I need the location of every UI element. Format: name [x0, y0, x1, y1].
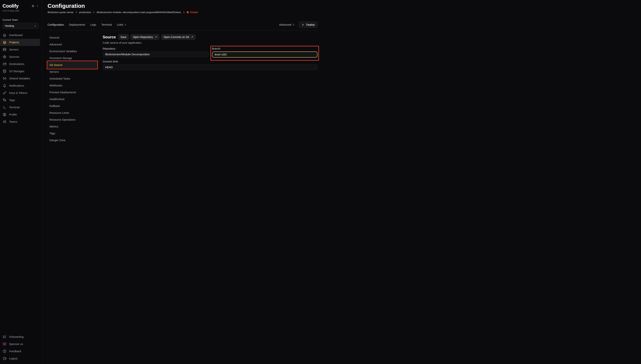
save-label: Save	[121, 36, 127, 38]
app-logo[interactable]: Coolify	[3, 3, 19, 9]
breadcrumb-environment[interactable]: production	[79, 11, 91, 14]
sidebar-item-servers[interactable]: Servers	[0, 46, 42, 53]
advanced-label: Advanced	[279, 23, 291, 26]
sidebar-item-label: Profile	[9, 113, 17, 116]
main-content: Configuration illicitonion quote server …	[42, 0, 321, 144]
sidebar-item-label: Dashboard	[9, 34, 23, 37]
tab-logs[interactable]: Logs	[90, 23, 96, 26]
team-select[interactable]: Hosting	[3, 23, 39, 29]
selector-icon	[124, 24, 127, 26]
deploy-label: Deploy	[306, 23, 315, 26]
open-repository-button[interactable]: Open Repository	[131, 34, 159, 40]
branch-input[interactable]: level-100	[212, 52, 317, 58]
open-repository-label: Open Repository	[133, 36, 153, 38]
config-subnav: General Advanced Environment Variables P…	[48, 34, 97, 144]
sidebar-item-projects[interactable]: Projects	[0, 39, 40, 46]
repository-field-group: Repository illicitestonion/Module-Decomp…	[103, 47, 209, 58]
subnav-item-servers[interactable]: Servers	[48, 68, 97, 75]
advanced-dropdown[interactable]: Advanced	[279, 23, 295, 26]
theme-selector-icon[interactable]	[36, 5, 39, 7]
user-circle-icon	[3, 112, 7, 117]
sidebar-item-shared-variables[interactable]: Shared Variables	[0, 75, 42, 82]
tab-links[interactable]: Links	[117, 23, 127, 26]
subnav-item-resource-operations[interactable]: Resource Operations	[48, 116, 97, 123]
sidebar-item-label: Keys & Tokens	[9, 92, 27, 94]
sidebar-item-label: Shared Variables	[9, 77, 30, 80]
tabs-divider	[48, 30, 317, 30]
status-badge: Exited	[187, 11, 198, 14]
users-icon	[3, 120, 7, 124]
chevron-right-icon	[93, 11, 95, 13]
sidebar-item-sources[interactable]: Sources	[0, 53, 42, 60]
save-button[interactable]: Save	[118, 34, 129, 40]
sidebar-item-label: Tags	[9, 98, 15, 102]
current-team-label: Current Team	[3, 18, 39, 21]
selector-icon	[293, 24, 295, 26]
subnav-item-scheduled-tasks[interactable]: Scheduled Tasks	[48, 75, 97, 82]
open-commits-button[interactable]: Open Commits on Git	[161, 34, 196, 40]
tab-configuration[interactable]: Configuration	[48, 23, 64, 26]
sidebar-item-profile[interactable]: Profile	[0, 111, 42, 118]
subnav-item-tags[interactable]: Tags	[48, 130, 97, 137]
sun-icon[interactable]	[31, 4, 35, 8]
source-panel: Source Save Open Repository Open Commits…	[103, 34, 317, 144]
commit-sha-label: Commit SHA	[103, 60, 317, 63]
sidebar-item-label: Notifications	[9, 84, 24, 87]
subnav-item-rollback[interactable]: Rollback	[48, 102, 97, 110]
layers-icon	[3, 40, 7, 44]
subnav-item-git-source[interactable]: Git Source	[48, 62, 97, 68]
source-section-title: Source	[103, 35, 116, 39]
sidebar-item-terminal[interactable]: Terminal	[0, 104, 42, 111]
page-title: Configuration	[48, 3, 317, 9]
sidebar-nav: Dashboard Projects Servers Sources Desti…	[0, 32, 42, 126]
sidebar-item-tags[interactable]: Tags	[0, 96, 42, 104]
sidebar-item-destinations[interactable]: Destinations	[0, 60, 42, 68]
app-version: v4.0.0-beta.399	[0, 10, 42, 12]
server-icon	[3, 48, 7, 52]
subnav-item-healthcheck[interactable]: Healthcheck	[48, 96, 97, 102]
commit-sha-input[interactable]: HEAD	[103, 64, 317, 70]
play-icon	[302, 23, 305, 26]
subnav-item-environment-variables[interactable]: Environment Variables	[48, 48, 97, 55]
subnav-item-danger-zone[interactable]: Danger Zone	[48, 137, 97, 144]
commit-sha-field-group: Commit SHA HEAD	[103, 60, 317, 70]
sidebar-item-label: Teams	[9, 120, 17, 123]
breadcrumb: illicitonion quote server production ill…	[48, 11, 317, 14]
sidebar-item-teams[interactable]: Teams	[0, 118, 42, 126]
sidebar-item-keys-tokens[interactable]: Keys & Tokens	[0, 89, 42, 96]
repository-input[interactable]: illicitestonion/Module-Decomposition	[103, 52, 209, 57]
git-source-icon	[3, 55, 7, 59]
external-link-icon	[191, 36, 193, 38]
key-icon	[3, 91, 7, 95]
subnav-item-resource-limits[interactable]: Resource Limits	[48, 110, 97, 116]
source-description: Code source of your application.	[103, 41, 317, 44]
sidebar-item-notifications[interactable]: Notifications	[0, 82, 42, 89]
team-select-value: Hosting	[5, 24, 14, 27]
subnav-item-webhooks[interactable]: Webhooks	[48, 82, 97, 89]
bell-icon	[3, 84, 7, 88]
subnav-item-advanced[interactable]: Advanced	[48, 41, 97, 48]
subnav-item-general[interactable]: General	[48, 34, 97, 41]
tab-terminal[interactable]: Terminal	[101, 23, 112, 26]
sidebar-item-label: Sources	[9, 55, 19, 58]
breadcrumb-application[interactable]: illicitestonion/-module--decomposition:m…	[97, 11, 181, 14]
tab-deployments[interactable]: Deployments	[69, 23, 85, 26]
subnav-item-metrics[interactable]: Metrics	[48, 123, 97, 130]
sidebar-item-label: Destinations	[9, 62, 24, 66]
terminal-icon	[3, 105, 7, 110]
subnav-item-persistent-storage[interactable]: Persistent Storage	[48, 55, 97, 62]
sidebar-item-label: S3 Storages	[9, 70, 24, 73]
repository-label: Repository	[103, 47, 209, 50]
sidebar-item-dashboard[interactable]: Dashboard	[0, 32, 42, 39]
sidebar-item-label: Terminal	[9, 106, 20, 109]
home-icon	[3, 33, 7, 37]
status-text: Exited	[190, 11, 198, 14]
tab-links-label: Links	[117, 23, 123, 26]
chevron-right-icon	[75, 11, 77, 13]
tabs-row: Configuration Deployments Logs Terminal …	[48, 22, 317, 28]
sidebar-item-s3-storages[interactable]: S3 Storages	[0, 68, 42, 75]
variables-icon	[3, 76, 7, 80]
deploy-button[interactable]: Deploy	[299, 22, 317, 28]
breadcrumb-project[interactable]: illicitonion quote server	[48, 11, 74, 14]
subnav-item-preview-deployments[interactable]: Preview Deployments	[48, 89, 97, 96]
